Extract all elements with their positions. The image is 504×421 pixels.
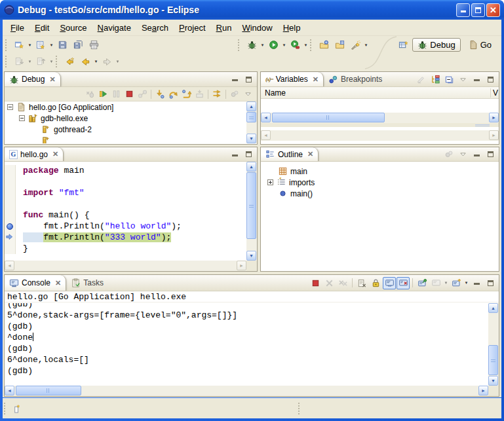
debug-button[interactable] [244,38,260,52]
resume-button[interactable] [96,88,109,100]
open-perspective-button[interactable] [397,39,410,51]
clear-console-button[interactable] [355,277,368,289]
scroll-thumb[interactable] [272,113,385,122]
scroll-up-icon[interactable]: ▲ [246,162,256,172]
console-horizontal-scrollbar[interactable]: ◄ ► [5,386,488,396]
expander-plus-icon[interactable] [267,179,273,185]
menu-source[interactable]: Source [54,21,92,35]
console-line[interactable]: ^done [5,332,488,343]
view-minimize-button[interactable] [470,277,483,289]
scroll-down-icon[interactable]: ▼ [246,134,256,143]
menu-file[interactable]: File [5,21,29,35]
editor-gutter[interactable] [5,165,16,176]
run-dropdown-icon[interactable]: ▼ [281,38,287,52]
editor-horizontal-scrollbar[interactable]: ◄ ► [5,261,246,271]
last-edit-location-button[interactable] [62,54,77,69]
detail-horizontal-scrollbar[interactable]: ◄ ► [261,130,499,141]
next-annotation-button[interactable] [11,54,27,69]
show-stdout-button[interactable] [383,277,396,289]
new-wizard-button[interactable] [11,38,27,52]
debug-dropdown-icon[interactable]: ▼ [260,38,265,52]
open-console-button[interactable] [450,277,463,289]
back-dropdown-icon[interactable]: ▼ [93,54,99,69]
fast-view-button[interactable] [10,403,23,415]
menu-project[interactable]: Project [174,21,210,35]
console-line[interactable]: (gdb) [5,321,488,332]
new-go-element-button[interactable] [33,38,48,52]
editor-vertical-scrollbar[interactable]: ▲ ▼ [246,162,257,261]
view-menu-icon[interactable] [456,73,469,86]
view-maximize-button[interactable] [484,277,497,289]
use-step-filters-button[interactable] [210,88,223,100]
close-icon[interactable]: ✕ [49,75,55,84]
console-line[interactable]: (gdb) [5,343,488,354]
new-go-dropdown-icon[interactable]: ▼ [48,38,54,52]
scroll-down-icon[interactable]: ▼ [246,251,256,261]
toolbar-grip[interactable] [238,39,241,51]
print-button[interactable] [86,38,102,52]
outline-extra-icon[interactable] [442,148,456,160]
menu-run[interactable]: Run [211,21,237,35]
view-maximize-button[interactable] [242,73,255,86]
menu-window[interactable]: Window [237,21,277,35]
scroll-lock-button[interactable] [369,277,382,289]
status-grip[interactable] [4,403,7,414]
tab-outline[interactable]: Outline ✕ [261,147,319,161]
detail-pane-sash[interactable] [261,123,499,127]
collapse-all-button[interactable] [442,73,456,86]
editor-gutter[interactable] [5,243,16,254]
expander-minus-icon[interactable] [7,104,13,110]
editor-gutter[interactable] [5,176,16,187]
code-line[interactable]: package main [16,165,246,176]
toolbar-grip[interactable] [5,56,9,67]
debug-tree-item-row[interactable]: hello.go [Go Application] [5,101,246,113]
scroll-left-icon[interactable]: ◄ [261,113,271,122]
view-minimize-button[interactable] [228,148,241,160]
save-all-button[interactable] [70,38,86,52]
code-line[interactable] [16,176,246,187]
remove-terminated-button[interactable] [83,88,96,100]
breakpoint-icon[interactable] [7,223,13,230]
step-into-button[interactable] [153,88,166,100]
menu-navigate[interactable]: Navigate [92,21,136,35]
forward-button[interactable] [99,54,115,69]
tab-breakpoints[interactable]: Breakpoints [324,72,387,86]
run-external-tools-button[interactable] [287,38,303,52]
console-output[interactable]: (gdb)5^done,stack-args=[frame={level="0"… [5,303,488,386]
view-minimize-button[interactable] [470,73,483,86]
show-logical-structure-button[interactable] [429,73,442,86]
open-console-dropdown-icon[interactable]: ▼ [463,276,469,290]
view-maximize-button[interactable] [484,73,497,86]
show-stderr-button[interactable] [397,277,410,289]
scroll-right-icon[interactable]: ► [478,386,488,395]
search-dropdown-icon[interactable]: ▼ [363,38,369,52]
debug-view-extra-icon[interactable] [228,88,241,100]
debug-tree-item-row[interactable]: gdb-hello.exe [5,113,246,124]
external-tools-dropdown-icon[interactable]: ▼ [303,38,309,52]
view-maximize-button[interactable] [242,148,255,160]
expander-minus-icon[interactable] [19,115,25,121]
tab-tasks[interactable]: Tasks [66,275,108,291]
scroll-left-icon[interactable]: ◄ [5,386,14,395]
scroll-thumb[interactable] [246,112,256,122]
view-minimize-button[interactable] [228,73,241,86]
editor-gutter[interactable] [5,198,16,210]
code-line[interactable]: fmt.Println("333 world"); [16,232,246,243]
scroll-up-icon[interactable]: ▲ [246,101,256,111]
toolbar-grip[interactable] [56,56,59,67]
terminate-button[interactable] [309,277,322,289]
minimize-button[interactable] [456,3,470,17]
perspective-go-button[interactable]: Go [463,39,496,51]
editor-code-area[interactable]: package mainimport "fmt"func main() { fm… [5,162,246,261]
scroll-up-icon[interactable]: ▲ [488,303,498,313]
disconnect-button[interactable] [136,88,149,100]
console-line[interactable]: (gdb) [5,365,488,376]
console-line[interactable]: 6^done,locals=[] [5,354,488,365]
code-line[interactable]: import "fmt" [16,187,246,198]
view-maximize-button[interactable] [484,148,497,160]
outline-item-row[interactable]: main() [265,188,499,199]
console-line[interactable]: 5^done,stack-args=[frame={level="0",args… [5,310,488,321]
console-line[interactable]: (gdb) [5,303,488,310]
menu-search[interactable]: Search [136,21,174,35]
code-line[interactable]: func main() { [16,210,246,221]
